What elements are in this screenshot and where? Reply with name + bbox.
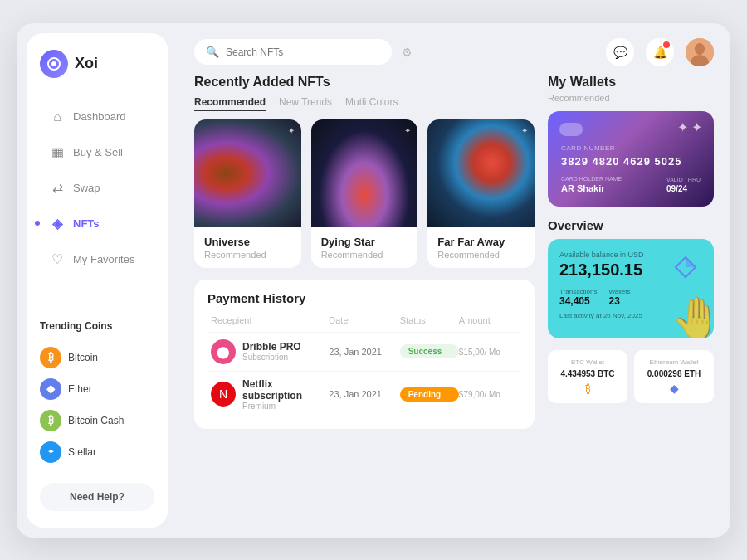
wallet-title: My Wallets [548, 75, 714, 90]
nft-info-far-away: Far Far Away Recommended [427, 227, 535, 268]
mini-wallet-btc: BTC Wallet 4.434953 BTC ₿ [548, 350, 627, 403]
nft-image-far-away [427, 119, 535, 227]
nft-section-header: Recently Added NFTs [194, 75, 535, 90]
nft-icon: ◈ [50, 216, 65, 231]
right-content: My Wallets Recommended ✦ ✦ CARD NUMBER 3… [548, 75, 714, 524]
header-icons: 💬 🔔 [606, 38, 714, 66]
swap-icon: ⇄ [50, 180, 65, 196]
card-number-label: CARD NUMBER [561, 144, 701, 152]
coin-name-eth: Ether [68, 383, 92, 395]
nft-tabs: Recommended New Trends Mutli Colors [194, 95, 535, 111]
coin-name-bch: Bitcoin Cash [68, 415, 124, 426]
dribbble-icon: ⬤ [211, 339, 236, 364]
stat-wallets: Wallets 23 [609, 288, 631, 307]
stat-wallets-value: 23 [609, 295, 631, 307]
payment-name-netflix: Netflix subscription [242, 378, 329, 402]
nft-sub-universe: Recommended [204, 250, 291, 260]
mini-wallet-eth-amount: 0.000298 ETH [642, 369, 706, 378]
payment-date-dribbble: 23, Jan 2021 [329, 347, 399, 357]
sidebar-item-favorites[interactable]: ♡ My Favorites [40, 243, 154, 275]
sidebar-item-label: NFTs [73, 217, 100, 230]
wallet-section: My Wallets Recommended ✦ ✦ CARD NUMBER 3… [548, 75, 714, 207]
sidebar-item-label: My Favorites [73, 253, 134, 265]
mini-wallet-eth: Ethereum Wallet 0.000298 ETH ◆ [634, 350, 714, 403]
search-bar: 🔍 [194, 39, 392, 65]
payment-section: Payment History Recepient Date Status Am… [194, 280, 535, 429]
coin-item-xlm[interactable]: ✦ Stellar [40, 436, 154, 468]
nft-name-far-away: Far Far Away [437, 236, 525, 248]
sidebar-item-label: Dashboard [73, 110, 126, 123]
sidebar-item-dashboard[interactable]: ⌂ Dashboard [40, 101, 154, 133]
notifications-button[interactable]: 🔔 [646, 38, 674, 66]
coin-item-btc[interactable]: ₿ Bitcoin [40, 342, 154, 373]
payment-type-dribbble: Subscription [242, 353, 301, 362]
main-content: 🔍 ⚙ 💬 🔔 [178, 23, 730, 538]
sidebar-item-nfts[interactable]: ◈ NFTs [40, 207, 154, 240]
nft-card-universe[interactable]: Universe Recommended [194, 119, 301, 268]
sidebar-item-swap[interactable]: ⇄ Swap [40, 172, 154, 204]
overview-section: Overview Available balance in USD 213,15… [548, 218, 714, 338]
tab-recommended[interactable]: Recommended [194, 95, 266, 111]
payment-row-dribbble: ⬤ Dribble PRO Subscription 23, Jan 2021 … [208, 332, 521, 371]
nft-sub-far-away: Recommended [437, 250, 525, 260]
recipient-netflix: N Netflix subscription Premium [211, 378, 329, 411]
card-holder-label: CARD HOLDER NAME [561, 176, 622, 182]
coin-item-eth[interactable]: ◆ Ether [40, 373, 154, 405]
ether-icon: ◆ [40, 378, 61, 400]
nft-sub-dying-star: Recommended [321, 250, 408, 260]
stat-transactions: Transactions 34,405 [559, 288, 598, 307]
messages-button[interactable]: 💬 [606, 38, 634, 66]
tab-multi-colors[interactable]: Mutli Colors [345, 95, 398, 111]
chat-icon: 💬 [613, 46, 627, 59]
tab-new-trends[interactable]: New Trends [279, 95, 332, 111]
trending-section: Trending Coins ₿ Bitcoin ◆ Ether ₿ Bitco… [40, 320, 154, 468]
svg-marker-6 [686, 257, 696, 267]
nft-image-universe [194, 119, 301, 227]
stat-transactions-value: 34,405 [559, 295, 598, 307]
need-help-button[interactable]: Need Help? [40, 483, 154, 511]
nft-grid: Universe Recommended Dying Star Recommen… [194, 119, 535, 268]
nft-name-universe: Universe [204, 236, 291, 248]
nft-section: Recently Added NFTs Recommended New Tren… [194, 75, 535, 268]
eth-wallet-icon: ◆ [642, 382, 706, 395]
status-badge-netflix: Pending [400, 387, 459, 402]
search-icon: 🔍 [206, 46, 219, 58]
netflix-icon: N [211, 382, 236, 407]
payment-date-netflix: 23, Jan 2021 [329, 389, 399, 399]
overview-title: Overview [548, 218, 714, 232]
card-valid-value: 09/24 [666, 184, 701, 193]
eth-diamond [674, 256, 697, 284]
sidebar-item-buysell[interactable]: ▦ Buy & Sell [40, 136, 154, 168]
payment-amount-dribbble: $15,00/ Mo [459, 346, 518, 358]
nft-card-far-away[interactable]: Far Far Away Recommended [427, 119, 535, 268]
col-status: Status [400, 315, 459, 325]
stellar-icon: ✦ [40, 441, 61, 463]
filter-icon[interactable]: ⚙ [402, 46, 413, 59]
card-toggle[interactable] [559, 123, 583, 136]
coin-name-xlm: Stellar [68, 446, 96, 458]
nft-name-dying-star: Dying Star [321, 236, 408, 248]
status-badge-dribbble: Success [400, 344, 459, 358]
nft-card-dying-star[interactable]: Dying Star Recommended [311, 119, 418, 268]
col-date: Date [329, 315, 399, 325]
nft-image-dying-star [311, 119, 418, 227]
card-stars: ✦ ✦ [677, 119, 702, 135]
left-content: Recently Added NFTs Recommended New Tren… [194, 75, 535, 524]
stat-transactions-label: Transactions [559, 288, 598, 295]
wallet-sub: Recommended [548, 93, 714, 103]
payment-row-netflix: N Netflix subscription Premium 23, Jan 2… [208, 371, 521, 417]
shop-icon: ▦ [50, 144, 65, 160]
heart-icon: ♡ [50, 251, 65, 267]
card-bottom: CARD HOLDER NAME AR Shakir VALID THRU 09… [561, 176, 701, 193]
mini-wallet-eth-label: Ethereum Wallet [642, 358, 706, 366]
search-input[interactable] [226, 46, 380, 58]
notification-badge [663, 41, 670, 48]
content-area: Recently Added NFTs Recommended New Tren… [178, 75, 730, 538]
recipient-dribbble: ⬤ Dribble PRO Subscription [211, 339, 329, 364]
credit-card: ✦ ✦ CARD NUMBER 3829 4820 4629 5025 CARD… [548, 111, 714, 207]
col-amount: Amount [459, 315, 518, 325]
avatar[interactable] [686, 38, 714, 66]
logo-area: Xoi [40, 50, 154, 78]
nft-section-title: Recently Added NFTs [194, 75, 330, 90]
coin-item-bch[interactable]: ₿ Bitcoin Cash [40, 405, 154, 436]
